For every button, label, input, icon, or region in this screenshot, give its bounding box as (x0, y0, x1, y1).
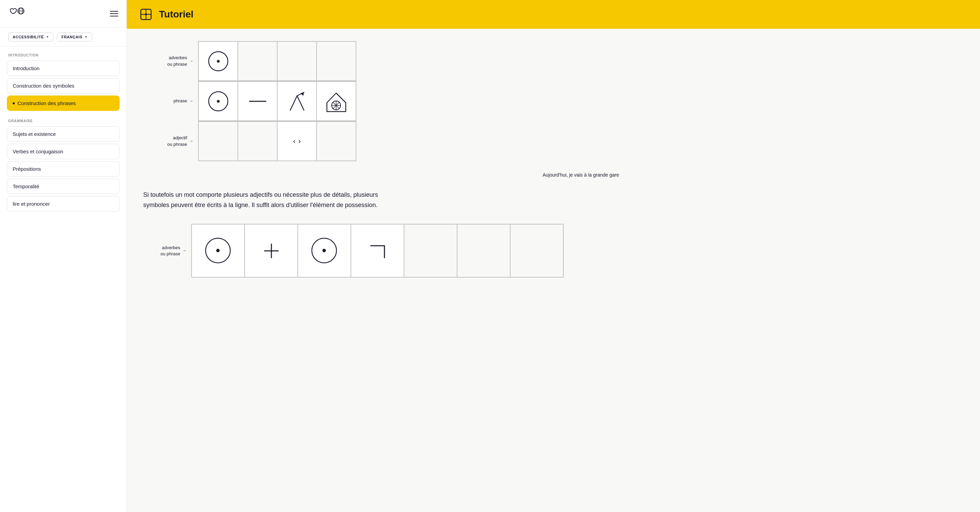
nav-item-temporalite[interactable]: Temporalité (7, 179, 119, 194)
bottom-cell-2 (245, 224, 298, 277)
cell-2-1 (199, 81, 238, 121)
grid-row-3-cells: ‹ › (198, 121, 356, 161)
cell-3-2 (238, 122, 277, 161)
sidebar-nav: INTRODUCTION Introduction Construction d… (0, 46, 126, 512)
sidebar-header (0, 0, 126, 28)
svg-point-27 (323, 249, 326, 252)
nav-item-lire[interactable]: lire et prononcer (7, 196, 119, 211)
cell-3-4 (317, 122, 356, 161)
right-chevron-icon: › (299, 137, 301, 146)
logo-icon (8, 8, 25, 20)
nav-item-prepositions[interactable]: Prépositions (7, 161, 119, 177)
diagram-row-1: adverbesou phrase → (143, 41, 964, 81)
main: Tutoriel adverbesou phrase → (127, 0, 980, 512)
arrow-icon-4: → (182, 248, 186, 254)
sidebar: ACCESSIBILITÉ ▼ FRANÇAIS ▼ INTRODUCTION … (0, 0, 127, 512)
body-text: Si toutefois un mot comporte plusieurs a… (143, 190, 383, 210)
nav-items-grammaire: Sujets et existence Verbes et conjugaiso… (7, 126, 119, 211)
row-label-2: phrase → (143, 98, 198, 104)
cell-3-3: ‹ › (277, 122, 317, 161)
book-icon (139, 8, 153, 21)
nav-item-sujets[interactable]: Sujets et existence (7, 126, 119, 142)
left-chevron-icon: ‹ (293, 137, 295, 146)
svg-point-23 (216, 249, 220, 252)
grid-row-1-cells (198, 41, 356, 81)
bottom-cell-4 (351, 224, 404, 277)
bottom-row-label: adverbesou phrase → (143, 245, 191, 257)
row-label-1: adverbesou phrase → (143, 55, 198, 67)
main-content: adverbesou phrase → (127, 29, 980, 290)
nav-item-introduction[interactable]: Introduction (7, 60, 119, 76)
svg-point-6 (145, 13, 147, 16)
arrow-icon-3: → (189, 138, 193, 144)
diagram-caption: Aujourd'hui, je vais à la grande gare (198, 172, 964, 178)
diagram-2: adverbesou phrase → (143, 224, 964, 277)
nav-item-construction-symboles[interactable]: Construction des symboles (7, 78, 119, 94)
bottom-cell-1 (191, 224, 245, 277)
cell-2-3 (277, 81, 317, 121)
arrow-icon-2: → (189, 98, 193, 104)
cell-1-2 (238, 41, 277, 81)
page-header: Tutoriel (127, 0, 980, 29)
svg-point-8 (217, 60, 220, 63)
cell-1-3 (277, 41, 317, 81)
nav-item-construction-phrases[interactable]: Construction des phrases (7, 95, 119, 111)
bottom-cell-7 (510, 224, 563, 277)
arrow-icon: → (189, 58, 193, 64)
cell-1-1 (199, 41, 238, 81)
nav-section-introduction: INTRODUCTION (7, 53, 119, 57)
bottom-cells (191, 224, 564, 277)
nav-section-grammaire: GRAMMAIRE (7, 119, 119, 123)
diagram-row-3: adjectifou phrase → ‹ › (143, 121, 964, 161)
grid-row-2-cells (198, 81, 356, 121)
diagram-row-2: phrase → (143, 81, 964, 121)
cell-3-1 (199, 122, 238, 161)
accessibility-dropdown[interactable]: ACCESSIBILITÉ ▼ (8, 33, 54, 41)
diagram-1: adverbesou phrase → (143, 41, 964, 161)
nav-item-verbes[interactable]: Verbes et conjugaison (7, 144, 119, 159)
page-title: Tutoriel (159, 9, 194, 20)
svg-line-13 (297, 96, 304, 110)
cell-2-2 (238, 81, 277, 121)
bottom-cell-5 (404, 224, 457, 277)
cell-2-4 (317, 81, 356, 121)
svg-point-10 (217, 100, 220, 103)
cell-1-4 (317, 41, 356, 81)
chevron-down-icon: ▼ (46, 35, 49, 39)
sidebar-controls: ACCESSIBILITÉ ▼ FRANÇAIS ▼ (0, 28, 126, 46)
nav-items-introduction: Introduction Construction des symboles C… (7, 60, 119, 111)
svg-line-12 (290, 96, 297, 110)
bottom-cell-3 (298, 224, 351, 277)
row-label-3: adjectifou phrase → (143, 135, 198, 147)
language-dropdown[interactable]: FRANÇAIS ▼ (57, 33, 92, 41)
bottom-cell-6 (457, 224, 510, 277)
chevron-down-icon: ▼ (84, 35, 88, 39)
hamburger-icon[interactable] (110, 11, 118, 16)
